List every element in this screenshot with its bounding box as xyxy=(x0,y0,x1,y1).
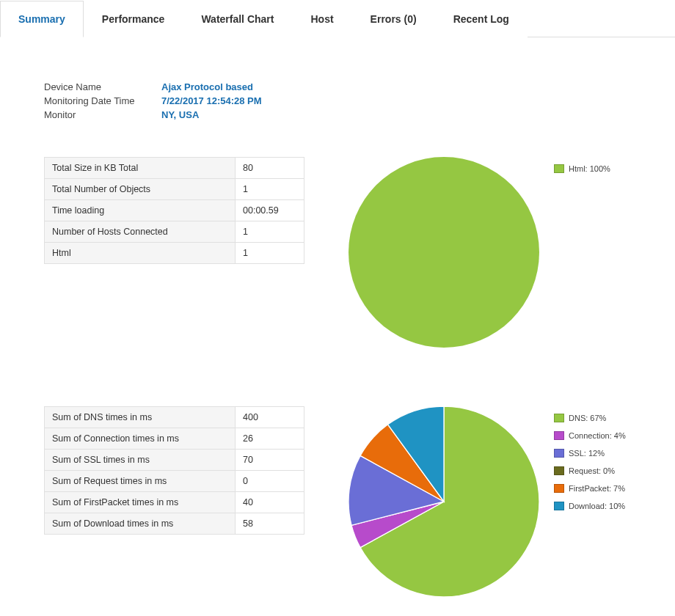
legend-swatch xyxy=(554,449,564,458)
table-row: Sum of SSL times in ms70 xyxy=(45,450,304,471)
table-cell-value: 58 xyxy=(236,513,304,535)
meta-label: Device Name xyxy=(44,81,161,92)
meta-row-monitor: Monitor NY, USA xyxy=(44,109,631,120)
objects-chart-area: Html: 100% xyxy=(304,157,631,348)
timings-table: Sum of DNS times in ms400 Sum of Connect… xyxy=(44,406,304,535)
legend-item: Download: 10% xyxy=(554,502,626,510)
tab-summary[interactable]: Summary xyxy=(0,1,84,37)
meta-value: 7/22/2017 12:54:28 PM xyxy=(161,95,262,106)
table-cell-label: Sum of Request times in ms xyxy=(45,471,236,492)
table-row: Sum of Connection times in ms26 xyxy=(45,428,304,450)
meta-row-device: Device Name Ajax Protocol based xyxy=(44,81,631,92)
tab-performance[interactable]: Performance xyxy=(84,1,183,37)
table-row: Number of Hosts Connected1 xyxy=(45,221,304,243)
table-cell-value: 40 xyxy=(236,492,304,513)
table-cell-value: 00:00.59 xyxy=(236,200,304,221)
legend-swatch xyxy=(554,502,564,510)
table-cell-label: Sum of Connection times in ms xyxy=(45,428,236,450)
legend-swatch xyxy=(554,414,564,422)
table-cell-label: Sum of SSL times in ms xyxy=(45,450,236,471)
legend-label: SSL: 12% xyxy=(569,449,605,458)
meta-label: Monitor xyxy=(44,109,161,120)
legend-label: Html: 100% xyxy=(569,164,610,173)
legend-label: Request: 0% xyxy=(569,466,615,475)
legend-item: DNS: 67% xyxy=(554,414,626,422)
legend-item: Html: 100% xyxy=(554,164,610,173)
section-timings: Sum of DNS times in ms400 Sum of Connect… xyxy=(44,406,631,597)
legend-label: Download: 10% xyxy=(569,502,625,510)
legend-swatch xyxy=(554,466,564,475)
table-cell-label: Time loading xyxy=(45,200,236,221)
table-cell-value: 1 xyxy=(236,179,304,200)
table-row: Sum of DNS times in ms400 xyxy=(45,407,304,428)
tab-errors[interactable]: Errors (0) xyxy=(352,1,435,37)
legend-label: DNS: 67% xyxy=(569,414,606,422)
meta-row-datetime: Monitoring Date Time 7/22/2017 12:54:28 … xyxy=(44,95,631,106)
legend-item: FirstPacket: 7% xyxy=(554,484,626,493)
objects-legend: Html: 100% xyxy=(554,164,610,182)
table-row: Html1 xyxy=(45,243,304,264)
legend-swatch xyxy=(554,484,564,493)
legend-item: SSL: 12% xyxy=(554,449,626,458)
table-cell-label: Total Number of Objects xyxy=(45,179,236,200)
legend-item: Connection: 4% xyxy=(554,431,626,440)
table-cell-value: 26 xyxy=(236,428,304,450)
table-row: Total Number of Objects1 xyxy=(45,179,304,200)
table-row: Sum of FirstPacket times in ms40 xyxy=(45,492,304,513)
table-cell-label: Sum of FirstPacket times in ms xyxy=(45,492,236,513)
table-cell-label: Html xyxy=(45,243,236,264)
legend-label: FirstPacket: 7% xyxy=(569,484,625,493)
table-row: Sum of Download times in ms58 xyxy=(45,513,304,535)
objects-table: Total Size in KB Total80 Total Number of… xyxy=(44,157,304,264)
table-row: Sum of Request times in ms0 xyxy=(45,471,304,492)
tab-bar: Summary Performance Waterfall Chart Host… xyxy=(0,0,675,37)
table-cell-label: Total Size in KB Total xyxy=(45,158,236,179)
meta-value: NY, USA xyxy=(161,109,199,120)
table-cell-value: 400 xyxy=(236,407,304,428)
objects-pie-chart xyxy=(349,157,539,348)
table-cell-label: Sum of Download times in ms xyxy=(45,513,236,535)
legend-swatch xyxy=(554,164,564,173)
timings-pie-chart xyxy=(349,406,539,597)
svg-point-0 xyxy=(349,157,539,348)
tab-recent-log[interactable]: Recent Log xyxy=(435,1,528,37)
meta-value: Ajax Protocol based xyxy=(161,81,253,92)
table-cell-label: Sum of DNS times in ms xyxy=(45,407,236,428)
table-cell-label: Number of Hosts Connected xyxy=(45,221,236,243)
timings-legend: DNS: 67%Connection: 4%SSL: 12%Request: 0… xyxy=(554,414,626,519)
legend-item: Request: 0% xyxy=(554,466,626,475)
summary-content: Device Name Ajax Protocol based Monitori… xyxy=(0,37,675,616)
legend-swatch xyxy=(554,431,564,440)
table-cell-value: 1 xyxy=(236,221,304,243)
table-row: Time loading00:00.59 xyxy=(45,200,304,221)
tab-host[interactable]: Host xyxy=(292,1,351,37)
table-cell-value: 0 xyxy=(236,471,304,492)
timings-chart-area: DNS: 67%Connection: 4%SSL: 12%Request: 0… xyxy=(304,406,631,597)
section-objects: Total Size in KB Total80 Total Number of… xyxy=(44,157,631,348)
table-cell-value: 70 xyxy=(236,450,304,471)
table-cell-value: 1 xyxy=(236,243,304,264)
table-row: Total Size in KB Total80 xyxy=(45,158,304,179)
tab-waterfall[interactable]: Waterfall Chart xyxy=(183,1,292,37)
meta-info: Device Name Ajax Protocol based Monitori… xyxy=(44,81,631,120)
legend-label: Connection: 4% xyxy=(569,431,626,440)
meta-label: Monitoring Date Time xyxy=(44,95,161,106)
table-cell-value: 80 xyxy=(236,158,304,179)
